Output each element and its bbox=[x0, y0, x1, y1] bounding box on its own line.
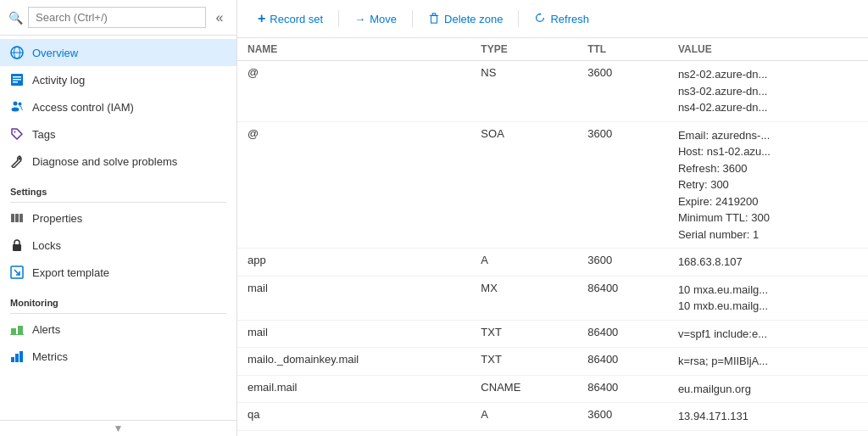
svg-rect-5 bbox=[13, 79, 21, 81]
sidebar-item-alerts[interactable]: Alerts bbox=[0, 316, 236, 343]
dns-name-cell: qa bbox=[237, 403, 470, 431]
svg-rect-24 bbox=[431, 15, 437, 23]
svg-rect-4 bbox=[13, 76, 21, 78]
plus-icon: + bbox=[258, 11, 265, 26]
dns-value-cell: 168.63.8.107 bbox=[668, 249, 868, 277]
sidebar-item-diagnose[interactable]: Diagnose and solve problems bbox=[0, 148, 236, 175]
dns-ttl-cell: 86400 bbox=[577, 375, 668, 403]
sidebar-item-tags[interactable]: Tags bbox=[0, 120, 236, 148]
dns-ttl-cell: 86400 bbox=[577, 348, 668, 376]
sidebar-item-properties[interactable]: Properties bbox=[0, 204, 236, 232]
settings-divider bbox=[10, 202, 226, 203]
svg-rect-20 bbox=[10, 334, 24, 335]
sidebar-item-access-control-label: Access control (IAM) bbox=[32, 101, 134, 114]
record-set-button[interactable]: + Record set bbox=[249, 7, 331, 31]
dns-value-cell: 10 mxa.eu.mailg... 10 mxb.eu.mailg... bbox=[668, 276, 868, 320]
dns-ttl-cell: 86400 bbox=[577, 320, 668, 348]
svg-rect-23 bbox=[19, 351, 23, 362]
sidebar-item-tags-label: Tags bbox=[32, 128, 55, 141]
sidebar-scroll-down-icon[interactable]: ▼ bbox=[114, 422, 124, 434]
col-header-ttl: TTL bbox=[577, 38, 668, 61]
sidebar-item-access-control[interactable]: Access control (IAM) bbox=[0, 93, 236, 120]
search-input[interactable] bbox=[28, 7, 206, 28]
sidebar-item-activity-log[interactable]: Activity log bbox=[0, 66, 236, 93]
globe-icon bbox=[10, 46, 24, 59]
dns-ttl-cell: 3600 bbox=[577, 61, 668, 122]
refresh-button[interactable]: Refresh bbox=[526, 8, 598, 31]
table-row[interactable]: mailo._domainkey.mailTXT86400k=rsa; p=MI… bbox=[237, 348, 868, 376]
collapse-sidebar-button[interactable]: « bbox=[211, 9, 228, 26]
table-row[interactable]: email.mailCNAME86400eu.mailgun.org bbox=[237, 375, 868, 403]
alert-icon bbox=[10, 322, 24, 336]
table-row[interactable]: mailTXT86400v=spf1 include:e... bbox=[237, 320, 868, 348]
svg-point-10 bbox=[14, 131, 16, 133]
table-row[interactable]: @NS3600ns2-02.azure-dn... ns3-02.azure-d… bbox=[237, 61, 868, 122]
dns-ttl-cell: 3600 bbox=[577, 249, 668, 277]
dns-table-container[interactable]: NAME TYPE TTL VALUE @NS3600ns2-02.azure-… bbox=[237, 38, 868, 436]
svg-point-9 bbox=[19, 103, 22, 106]
svg-rect-14 bbox=[19, 214, 23, 222]
table-row[interactable]: appA3600168.63.8.107 bbox=[237, 249, 868, 277]
svg-rect-26 bbox=[432, 13, 436, 15]
col-header-value: VALUE bbox=[668, 38, 868, 61]
search-icon: 🔍 bbox=[8, 11, 23, 25]
table-row[interactable]: qaA360013.94.171.131 bbox=[237, 403, 868, 431]
sidebar-nav: Overview Activity log Access control (IA… bbox=[0, 36, 236, 420]
dns-name-cell: @ bbox=[237, 61, 470, 122]
dns-table: NAME TYPE TTL VALUE @NS3600ns2-02.azure-… bbox=[237, 38, 868, 431]
toolbar-separator-1 bbox=[338, 10, 339, 27]
svg-point-7 bbox=[14, 102, 18, 106]
move-button[interactable]: → Move bbox=[346, 8, 405, 30]
svg-point-8 bbox=[12, 108, 19, 112]
delete-zone-button[interactable]: Delete zone bbox=[420, 8, 511, 31]
arrow-icon: → bbox=[354, 13, 365, 25]
svg-rect-22 bbox=[15, 354, 19, 362]
monitoring-section-header: Monitoring bbox=[0, 286, 236, 311]
dns-value-cell: Email: azuredns-... Host: ns1-02.azu... … bbox=[668, 121, 868, 249]
sidebar-item-export-template-label: Export template bbox=[32, 266, 109, 279]
tag-icon bbox=[10, 127, 24, 141]
dns-type-cell: TXT bbox=[470, 348, 577, 376]
trash-icon bbox=[428, 12, 440, 26]
svg-line-17 bbox=[14, 270, 19, 275]
sidebar-item-overview[interactable]: Overview bbox=[0, 39, 236, 66]
sidebar-item-export-template[interactable]: Export template bbox=[0, 259, 236, 286]
dns-value-cell: k=rsa; p=MIIBljA... bbox=[668, 348, 868, 376]
table-row[interactable]: @SOA3600Email: azuredns-... Host: ns1-02… bbox=[237, 121, 868, 249]
sidebar-item-activity-log-label: Activity log bbox=[32, 74, 85, 87]
sidebar-item-locks-label: Locks bbox=[32, 239, 61, 252]
dns-name-cell: @ bbox=[237, 121, 470, 249]
dns-ttl-cell: 3600 bbox=[577, 121, 668, 249]
svg-rect-15 bbox=[13, 244, 21, 251]
sidebar-item-overview-label: Overview bbox=[32, 47, 78, 59]
dns-type-cell: A bbox=[470, 249, 577, 277]
search-bar: 🔍 « bbox=[0, 0, 236, 36]
svg-rect-19 bbox=[18, 326, 23, 335]
sidebar-item-properties-label: Properties bbox=[32, 212, 82, 225]
dns-name-cell: mail bbox=[237, 320, 470, 348]
dns-value-cell: 13.94.171.131 bbox=[668, 403, 868, 431]
bars-icon bbox=[10, 211, 24, 225]
sidebar-item-alerts-label: Alerts bbox=[32, 323, 60, 336]
dns-name-cell: mailo._domainkey.mail bbox=[237, 348, 470, 376]
people-icon bbox=[10, 100, 24, 114]
sidebar-item-metrics-label: Metrics bbox=[32, 350, 68, 363]
dns-name-cell: email.mail bbox=[237, 375, 470, 403]
settings-section-header: Settings bbox=[0, 175, 236, 200]
chart-icon bbox=[10, 349, 24, 363]
lock-icon bbox=[10, 238, 24, 252]
dns-type-cell: TXT bbox=[470, 320, 577, 348]
dns-value-cell: v=spf1 include:e... bbox=[668, 320, 868, 348]
toolbar-separator-2 bbox=[412, 10, 413, 27]
sidebar-item-metrics[interactable]: Metrics bbox=[0, 343, 236, 370]
monitoring-divider bbox=[10, 313, 226, 314]
svg-rect-6 bbox=[13, 81, 18, 83]
dns-type-cell: SOA bbox=[470, 121, 577, 249]
dns-type-cell: MX bbox=[470, 276, 577, 320]
dns-value-cell: ns2-02.azure-dn... ns3-02.azure-dn... ns… bbox=[668, 61, 868, 122]
svg-rect-21 bbox=[11, 357, 14, 362]
dns-type-cell: CNAME bbox=[470, 375, 577, 403]
table-row[interactable]: mailMX8640010 mxa.eu.mailg... 10 mxb.eu.… bbox=[237, 276, 868, 320]
sidebar-item-locks[interactable]: Locks bbox=[0, 232, 236, 259]
dns-ttl-cell: 86400 bbox=[577, 276, 668, 320]
